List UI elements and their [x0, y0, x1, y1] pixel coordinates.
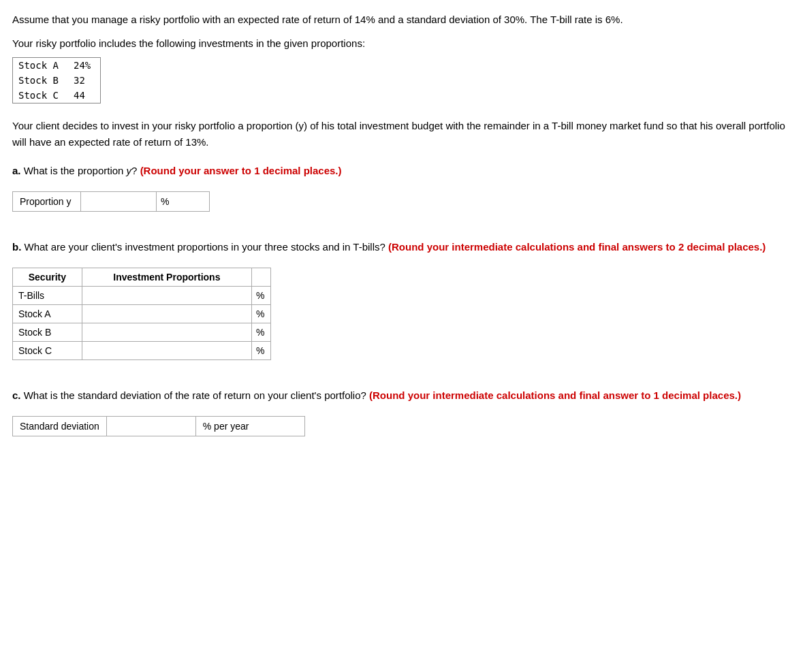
proportion-y-row: Proportion y % [12, 191, 210, 212]
invest-security: Stock C [13, 341, 82, 359]
proportion-y-input[interactable] [81, 192, 156, 211]
invest-input-cell[interactable] [82, 286, 251, 304]
invest-header-proportions: Investment Proportions [82, 268, 251, 286]
stock-name: Stock C [13, 88, 68, 103]
stock-proportion: 32 [68, 73, 100, 88]
invest-row: Stock A% [13, 304, 271, 323]
std-deviation-label: Standard deviation [13, 417, 107, 436]
invest-security: Stock A [13, 304, 82, 323]
question-c-label: c. [12, 389, 21, 401]
question-a-italic: y [127, 165, 132, 176]
invest-proportion-input[interactable] [88, 327, 197, 338]
std-deviation-row: Standard deviation % per year [12, 416, 305, 436]
question-c-text: What is the standard deviation of the ra… [24, 389, 366, 401]
question-c: c. What is the standard deviation of the… [12, 387, 791, 404]
std-deviation-unit: % per year [195, 417, 256, 436]
invest-proportion-input[interactable] [88, 290, 197, 301]
stock-table: Stock A24%Stock B32Stock C44 [12, 57, 101, 103]
question-a-text: What is the proportion [24, 165, 127, 176]
question-b-instruction: (Round your intermediate calculations an… [388, 241, 766, 253]
invest-header-security: Security [13, 268, 82, 286]
invest-security: Stock B [13, 323, 82, 341]
question-a-label: a. [12, 165, 21, 176]
portfolio-text: Your risky portfolio includes the follow… [12, 37, 791, 49]
question-a-instruction: (Round your answer to 1 decimal places.) [140, 165, 342, 176]
question-b: b. What are your client's investment pro… [12, 239, 791, 255]
invest-input-cell[interactable] [82, 304, 251, 323]
stock-proportion: 24% [68, 58, 100, 73]
question-b-text: What are your client's investment propor… [25, 241, 385, 253]
invest-input-cell[interactable] [82, 323, 251, 341]
invest-unit: % [252, 323, 271, 341]
invest-unit: % [252, 341, 271, 359]
client-text: Your client decides to invest in your ri… [12, 118, 791, 150]
proportion-y-label: Proportion y [13, 192, 81, 211]
invest-unit: % [252, 286, 271, 304]
proportion-y-unit: % [156, 192, 173, 211]
stock-proportion: 44 [68, 88, 100, 103]
question-a: a. What is the proportion y? (Round your… [12, 163, 791, 179]
invest-row: Stock C% [13, 341, 271, 359]
invest-row: T-Bills% [13, 286, 271, 304]
stock-name: Stock A [13, 58, 68, 73]
stock-name: Stock B [13, 73, 68, 88]
invest-row: Stock B% [13, 323, 271, 341]
question-c-instruction: (Round your intermediate calculations an… [369, 389, 741, 401]
invest-header-unit [252, 268, 271, 286]
question-a-text2: ? [131, 165, 137, 176]
investment-table: Security Investment Proportions T-Bills%… [12, 268, 271, 360]
intro-text: Assume that you manage a risky portfolio… [12, 12, 791, 28]
invest-proportion-input[interactable] [88, 308, 197, 319]
invest-proportion-input[interactable] [88, 345, 197, 356]
question-b-label: b. [12, 241, 21, 253]
invest-input-cell[interactable] [82, 341, 251, 359]
std-deviation-input[interactable] [107, 417, 195, 436]
invest-security: T-Bills [13, 286, 82, 304]
invest-unit: % [252, 304, 271, 323]
